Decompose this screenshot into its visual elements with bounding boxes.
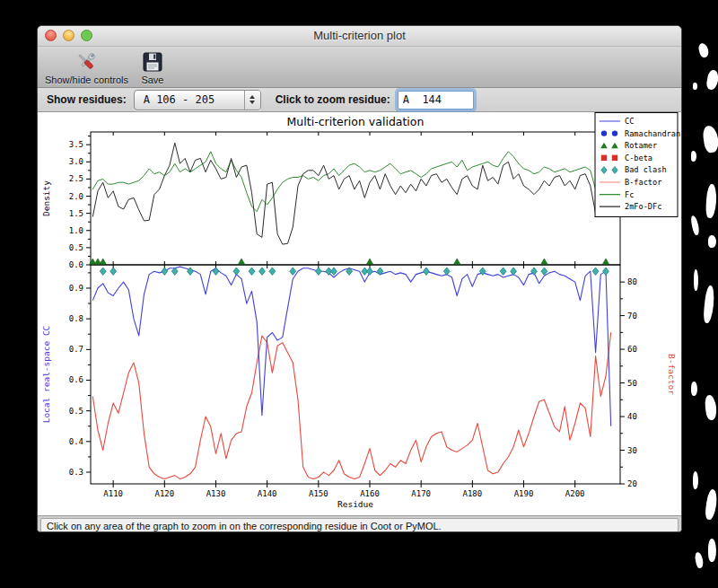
svg-text:2mFo-DFc: 2mFo-DFc [625,202,661,211]
svg-text:1.5: 1.5 [69,209,83,218]
titlebar[interactable]: Multi-criterion plot [38,26,681,47]
density-ticks: 0.00.51.01.52.02.53.03.5 [69,136,91,269]
photo-artifact [693,83,697,90]
svg-text:A150: A150 [309,489,328,498]
svg-text:Local real-space CC: Local real-space CC [41,326,51,424]
photo-artifact [690,215,700,236]
svg-text:0.5: 0.5 [69,407,83,416]
b-factor-line [92,332,610,478]
floppy-disk-icon [141,50,164,74]
svg-text:Bad clash: Bad clash [625,165,667,174]
svg-text:B-factor: B-factor [667,354,677,395]
svg-text:50: 50 [627,379,637,388]
status-text: Click on any area of the graph to zoom i… [40,518,679,532]
svg-text:3.5: 3.5 [69,140,83,149]
svg-text:A120: A120 [154,489,174,498]
toolbar: Show/hide controls Save [38,47,681,87]
show-residues-select[interactable]: A 106 - 205 [134,90,261,110]
photo-artifact [708,235,716,248]
photo-artifact [705,184,718,219]
svg-text:A170: A170 [411,489,431,498]
svg-text:0.0: 0.0 [69,260,83,269]
svg-text:80: 80 [627,277,637,286]
svg-text:A190: A190 [514,489,534,498]
svg-text:0.4: 0.4 [69,437,83,446]
svg-text:Multi-criterion validation: Multi-criterion validation [287,115,425,128]
rotamer-markers [89,259,609,265]
svg-text:0.8: 0.8 [69,314,83,323]
stepper-arrows-icon [244,91,260,110]
bfactor-ticks: 20304050607080 [620,277,637,488]
x-tick-labels: A110A120A130A140A150A160A170A180A190A200… [103,489,584,509]
svg-text:0.5: 0.5 [69,243,83,252]
svg-text:A200: A200 [565,489,585,498]
multi-criterion-plot-window: Multi-criterion plot Show/hide controls [37,25,682,532]
svg-text:Ramachandran: Ramachandran [625,129,680,138]
minimize-button[interactable] [63,30,74,41]
svg-text:0.9: 0.9 [69,284,83,293]
svg-text:3.0: 3.0 [69,157,83,166]
svg-text:Residue: Residue [337,499,373,509]
save-button[interactable]: Save [141,50,164,85]
photo-artifact [693,471,698,489]
svg-text:2.5: 2.5 [69,174,83,183]
show-residues-label: Show residues: [47,93,127,106]
desktop-background: Multi-criterion plot Show/hide controls [0,0,718,588]
traffic-lights [45,30,92,41]
svg-text:Fc: Fc [625,190,634,199]
svg-text:A110: A110 [103,489,123,498]
svg-text:0.6: 0.6 [69,375,83,384]
svg-text:70: 70 [627,312,637,320]
svg-text:Rotamer: Rotamer [625,141,657,150]
svg-text:40: 40 [627,412,637,421]
photo-artifact [705,394,718,420]
axes-frames [91,132,620,484]
photo-artifact [705,488,718,520]
svg-text:B-factor: B-factor [625,178,661,187]
photo-artifact [708,539,716,562]
zoom-residue-input[interactable] [398,91,474,110]
photo-artifact [697,42,710,58]
save-label: Save [141,75,163,85]
controls-bar: Show residues: A 106 - 205 Click to zoom… [38,87,681,112]
show-hide-controls-button[interactable]: Show/hide controls [45,50,128,85]
legend: CCRamachandranRotamerC-betaBad clashB-fa… [595,113,680,217]
photo-artifact [702,125,718,154]
photo-artifact [691,151,696,162]
photo-artifact [703,285,715,324]
svg-text:Density: Density [41,180,51,216]
zoom-residue-label: Click to zoom residue: [276,93,390,106]
tools-icon [74,50,99,74]
show-hide-controls-label: Show/hide controls [45,75,128,85]
svg-text:CC: CC [625,117,634,126]
x-ticks [113,132,575,487]
bad-clash-markers [100,268,609,275]
svg-text:30: 30 [627,446,637,455]
window-title: Multi-criterion plot [38,26,681,46]
photo-artifact [694,269,698,291]
svg-text:C-beta: C-beta [625,154,652,162]
svg-text:20: 20 [627,479,637,488]
svg-text:0.7: 0.7 [69,345,83,354]
svg-text:0.3: 0.3 [69,468,83,477]
status-bar: Click on any area of the graph to zoom i… [38,515,681,532]
show-residues-value: A 106 - 205 [135,91,244,110]
close-button[interactable] [45,30,57,41]
svg-text:A180: A180 [463,489,483,498]
svg-text:A140: A140 [258,489,277,498]
photo-artifact [705,69,718,91]
zoom-button[interactable] [81,30,92,41]
photo-artifact [691,382,697,396]
twofo-dfc-line [92,143,610,244]
svg-text:A160: A160 [360,489,380,498]
plot-area[interactable]: Multi-criterion validationA110A120A130A1… [38,112,682,515]
multi-criterion-figure: Multi-criterion validationA110A120A130A1… [38,112,682,515]
photo-artifact [694,551,704,568]
svg-text:A130: A130 [206,489,226,498]
svg-text:2.0: 2.0 [69,192,83,201]
svg-text:1.0: 1.0 [69,226,83,235]
cc-line [92,267,610,426]
cc-ticks: 0.30.40.50.60.70.80.9 [69,273,91,477]
svg-text:60: 60 [627,345,637,354]
